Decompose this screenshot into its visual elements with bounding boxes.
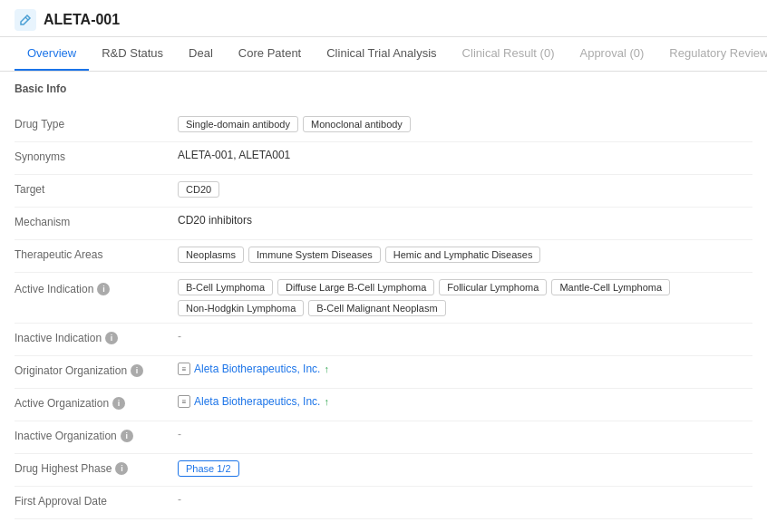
field-originator-org: Originator Organization i ≡ Aleta Biothe…	[15, 356, 752, 389]
value-active-indication: B-Cell Lymphoma Diffuse Large B-Cell Lym…	[178, 279, 752, 316]
page-header: ALETA-001	[0, 0, 767, 37]
label-mechanism: Mechanism	[15, 214, 178, 228]
drug-icon	[15, 9, 36, 31]
tag-monoclonal[interactable]: Monoclonal antibody	[303, 116, 411, 132]
value-inactive-org: -	[178, 428, 752, 440]
originator-org-entry[interactable]: ≡ Aleta Biotherapeutics, Inc. ↑	[178, 363, 329, 375]
value-first-approval: -	[178, 493, 752, 506]
info-active-org[interactable]: i	[112, 397, 125, 410]
field-target: Target CD20	[15, 175, 752, 208]
tab-approval: Approval (0)	[567, 37, 656, 71]
field-inactive-indication: Inactive Indication i -	[15, 324, 752, 356]
section-basic-info: Basic Info	[15, 82, 752, 99]
label-therapeutic-areas: Therapeutic Areas	[15, 247, 178, 261]
tab-core-patent[interactable]: Core Patent	[226, 37, 314, 71]
tag-diffuse-large[interactable]: Diffuse Large B-Cell Lymphoma	[277, 279, 434, 295]
label-inactive-org: Inactive Organization i	[15, 428, 178, 442]
label-originator-org: Originator Organization i	[15, 363, 178, 377]
field-first-approval: First Approval Date -	[15, 487, 752, 519]
field-drug-highest-phase: Drug Highest Phase i Phase 1/2	[15, 454, 752, 487]
nav-tabs: Overview R&D Status Deal Core Patent Cli…	[0, 37, 767, 72]
field-synonyms: Synonyms ALETA-001, ALETA001	[15, 142, 752, 175]
value-therapeutic-areas: Neoplasms Immune System Diseases Hemic a…	[178, 247, 752, 263]
tag-phase[interactable]: Phase 1/2	[178, 460, 239, 477]
field-therapeutic-areas: Therapeutic Areas Neoplasms Immune Syste…	[15, 240, 752, 273]
label-active-org: Active Organization i	[15, 395, 178, 410]
info-inactive-org[interactable]: i	[121, 430, 133, 442]
value-mechanism: CD20 inhibitors	[178, 214, 752, 227]
svg-line-0	[25, 17, 28, 20]
info-active-indication[interactable]: i	[97, 283, 110, 295]
field-inactive-org: Inactive Organization i -	[15, 421, 752, 454]
field-active-indication: Active Indication i B-Cell Lymphoma Diff…	[15, 273, 752, 324]
value-inactive-indication: -	[178, 330, 752, 343]
label-drug-type: Drug Type	[15, 116, 178, 131]
tag-hemic[interactable]: Hemic and Lymphatic Diseases	[385, 247, 541, 263]
inactive-org-dash: -	[178, 428, 181, 440]
info-drug-phase[interactable]: i	[115, 462, 128, 475]
tag-immune-system[interactable]: Immune System Diseases	[248, 247, 381, 263]
trend-icon-active: ↑	[324, 396, 329, 407]
label-active-indication: Active Indication i	[15, 279, 178, 295]
value-originator-org: ≡ Aleta Biotherapeutics, Inc. ↑	[178, 363, 752, 375]
drug-title: ALETA-001	[44, 12, 120, 28]
tab-clinical-result: Clinical Result (0)	[450, 37, 568, 71]
inactive-indication-dash: -	[178, 330, 181, 343]
main-content: Basic Info Drug Type Single-domain antib…	[0, 72, 767, 530]
tab-regulatory: Regulatory Review (0)	[656, 37, 767, 71]
tag-non-hodgkin[interactable]: Non-Hodgkin Lymphoma	[178, 300, 304, 316]
org-icon-originator: ≡	[178, 363, 190, 375]
first-approval-dash: -	[178, 493, 181, 506]
tag-mantle-cell[interactable]: Mantle-Cell Lymphoma	[551, 279, 670, 295]
label-inactive-indication: Inactive Indication i	[15, 330, 178, 344]
tab-rd-status[interactable]: R&D Status	[89, 37, 176, 71]
label-drug-highest-phase: Drug Highest Phase i	[15, 460, 178, 475]
label-target: Target	[15, 181, 178, 196]
field-drug-type: Drug Type Single-domain antibody Monoclo…	[15, 110, 752, 142]
tag-follicular[interactable]: Follicular Lymphoma	[439, 279, 547, 295]
field-active-org: Active Organization i ≡ Aleta Biotherape…	[15, 389, 752, 421]
tab-overview[interactable]: Overview	[15, 37, 89, 71]
info-originator-org[interactable]: i	[131, 364, 143, 377]
label-synonyms: Synonyms	[15, 149, 178, 163]
value-target: CD20	[178, 181, 752, 198]
tab-clinical-trial[interactable]: Clinical Trial Analysis	[314, 37, 449, 71]
tag-bcell-malignant[interactable]: B-Cell Malignant Neoplasm	[308, 300, 445, 316]
label-first-approval: First Approval Date	[15, 493, 178, 508]
active-org-entry[interactable]: ≡ Aleta Biotherapeutics, Inc. ↑	[178, 395, 329, 408]
mechanism-text: CD20 inhibitors	[178, 214, 252, 227]
value-active-org: ≡ Aleta Biotherapeutics, Inc. ↑	[178, 395, 752, 408]
tag-single-domain[interactable]: Single-domain antibody	[178, 116, 298, 132]
value-synonyms: ALETA-001, ALETA001	[178, 149, 752, 161]
value-drug-type: Single-domain antibody Monoclonal antibo…	[178, 116, 752, 132]
synonyms-text: ALETA-001, ALETA001	[178, 149, 290, 161]
info-inactive-indication[interactable]: i	[105, 332, 118, 344]
tag-cd20[interactable]: CD20	[178, 181, 219, 198]
org-icon-active: ≡	[178, 395, 190, 408]
tag-bcell-lymphoma[interactable]: B-Cell Lymphoma	[178, 279, 273, 295]
field-mechanism: Mechanism CD20 inhibitors	[15, 208, 752, 240]
tab-deal[interactable]: Deal	[176, 37, 226, 71]
tag-neoplasms[interactable]: Neoplasms	[178, 247, 244, 263]
value-drug-highest-phase: Phase 1/2	[178, 460, 752, 477]
trend-icon-originator: ↑	[324, 363, 329, 374]
